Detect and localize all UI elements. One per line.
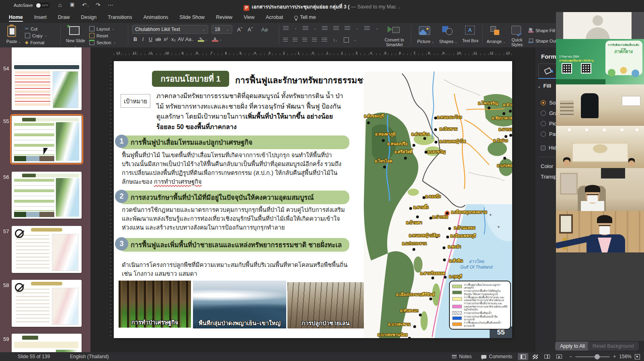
fill-section-header[interactable]: ⌄Fill [537,83,551,89]
character-spacing-button[interactable]: AV⌄ [178,37,185,42]
arrange-button[interactable]: Arrange ⌄ [486,23,507,47]
align-left-button[interactable] [283,38,288,42]
section-heading: การสงวนรักษาพื้นที่ป่าไม้ที่มีอยู่ในปัจจ… [119,191,349,204]
layout-button[interactable]: Layout ⌄ [89,25,115,32]
superscript-button[interactable]: x² [162,37,169,42]
comments-button[interactable]: Comments [476,354,517,359]
font-size-select[interactable]: 18⌄ [211,25,232,34]
reading-view-button[interactable] [542,353,552,360]
slide-counter[interactable]: Slide 55 of 139 [18,354,50,359]
justify-button[interactable] [312,38,317,42]
bullets-button[interactable] [283,26,289,31]
highlight-color-button[interactable]: ✎ [198,37,204,42]
slideshow-button[interactable] [554,353,564,360]
zoom-out-button[interactable]: − [569,354,572,359]
vertical-ruler[interactable] [108,61,111,338]
italic-button[interactable]: I [139,37,146,42]
tab-animations[interactable]: Animations [144,14,168,23]
numbering-button[interactable] [303,26,308,31]
cut-button[interactable]: ✂Cut [25,25,37,32]
align-text-button[interactable] [344,37,349,43]
section-body: ดำเนินการโครงการปลูกพืชที่มีความเหมาะสมก… [122,261,349,279]
underline-button[interactable]: U [147,37,154,42]
language-indicator[interactable]: English (Thailand) [70,354,109,359]
convert-smartart-button[interactable]: Convert to SmartArt [380,23,408,47]
legend-row: การฟื้นฟูป่าเสื่อมโทรมและปลูกป่าเศรษฐกิจ [452,283,508,289]
subscript-button[interactable]: x₂ [170,37,177,42]
grow-font-button[interactable]: Aˆ [237,26,242,33]
reset-background-button[interactable]: Reset Background [588,342,639,351]
reset-button[interactable]: Reset [89,32,108,39]
tab-acrobat[interactable]: Acrobat [266,14,283,23]
sort-button[interactable]: ↕⌄ [332,38,339,42]
slide-thumbnail-56[interactable] [12,172,82,219]
meeting-poster-tile[interactable]: การรับฟังความคิดเห็นระดับภาค ภาคกลาง 2 ก… [556,39,644,84]
district-dot [408,337,411,338]
district-label: อ.เลาขวัญ [427,149,445,155]
slide-thumbnail-panel: 545556575859 [0,47,90,352]
section-button[interactable]: Section ⌄ [89,39,116,46]
slide-thumbnail-54[interactable] [12,63,82,110]
quick-styles-button[interactable]: Quick Styles [507,23,527,47]
picture-button[interactable]: Picture ⌄ [415,23,437,47]
shapes-button[interactable]: Shapes ⌄ [437,23,459,47]
slide-thumbnail-58[interactable] [12,280,82,327]
font-name-select[interactable]: Chulabhorn Likit Text⌄ [132,25,208,34]
line-spacing-button[interactable] [345,26,350,31]
text-box-button[interactable]: A Text Box [461,23,480,47]
align-center-button[interactable] [293,38,297,42]
apply-to-all-button[interactable]: Apply to All [555,342,590,351]
fit-to-window-button[interactable] [635,354,640,359]
participant-video-man-pink-shirt[interactable] [556,211,644,252]
slide-thumbnail-57[interactable] [12,226,82,273]
bold-button[interactable]: B [132,37,139,42]
color-label[interactable]: Color [541,163,553,169]
tab-slide-show[interactable]: Slide Show [180,14,205,23]
zoom-level[interactable]: 156% [619,354,632,359]
tell-me-button[interactable]: Tell me [294,14,316,23]
normal-view-button[interactable] [518,353,528,360]
format-painter-button[interactable]: ◆Format [25,39,44,46]
participant-video-meeting-room[interactable] [556,126,644,168]
shape-fill-button[interactable]: Shape Fill ⌄ [528,27,560,34]
fill-tab[interactable] [538,64,558,79]
text-direction-button[interactable] [322,38,327,42]
notes-button[interactable]: Notes [447,354,476,359]
zoom-in-button[interactable]: + [613,354,616,359]
horizontal-ruler[interactable]: 13121110987654321012345678910111213 [114,49,512,55]
tab-transitions[interactable]: Transitions [108,14,132,23]
tab-home[interactable]: Home [9,14,23,23]
zoom-control[interactable]: − + 156% [565,354,644,359]
district-label: อ.สวนผึ้ง [413,204,429,210]
section-body: กวดขันการใช้กฎหมายและมาตรการควบคุมการบุก… [122,206,349,232]
increase-indent-button[interactable] [333,26,339,31]
tab-view[interactable]: View [244,14,254,23]
decrease-indent-button[interactable] [322,26,328,31]
strikethrough-button[interactable]: ab [155,37,162,42]
tab-insert[interactable]: Insert [34,14,47,23]
font-color-button[interactable]: A [212,37,218,42]
slide-sorter-view-button[interactable] [530,353,540,360]
shrink-font-button[interactable]: Aˇ [248,26,253,33]
district-label: อ.ปากท่อ [432,214,448,220]
clear-formatting-button[interactable]: A⌀ [261,26,268,33]
slide-thumbnail-59[interactable] [12,334,82,352]
zoom-slider-knob[interactable] [595,354,600,359]
district-label: อ.ศรีสวัสดิ์ [394,149,412,155]
paste-button[interactable]: Paste ⌄ [4,23,23,47]
slide-thumbnail-55[interactable] [12,116,82,163]
align-right-button[interactable] [302,38,307,42]
central-region-map: + + อ่าวไทย Gulf Of Thailand การฟื้นฟูป่… [364,72,512,338]
tab-design[interactable]: Design [81,14,96,23]
new-slide-button[interactable]: New Slide ⌄ [64,23,87,47]
tab-review[interactable]: Review [216,14,232,23]
zoom-slider[interactable] [575,356,610,357]
participant-video-office[interactable] [556,84,644,126]
slide-55[interactable]: กรอบนโยบายที่ 1 การฟื้นฟูและรักษาทรัพยาก… [114,61,512,338]
tab-draw[interactable]: Draw [58,14,70,23]
participant-avatar-tile[interactable] [556,12,644,39]
participant-video-man-glasses[interactable] [556,168,644,211]
columns-button[interactable] [364,26,370,31]
copy-button[interactable]: Copy ⌄ [25,32,47,39]
change-case-button[interactable]: Aa⌄ [185,37,192,42]
